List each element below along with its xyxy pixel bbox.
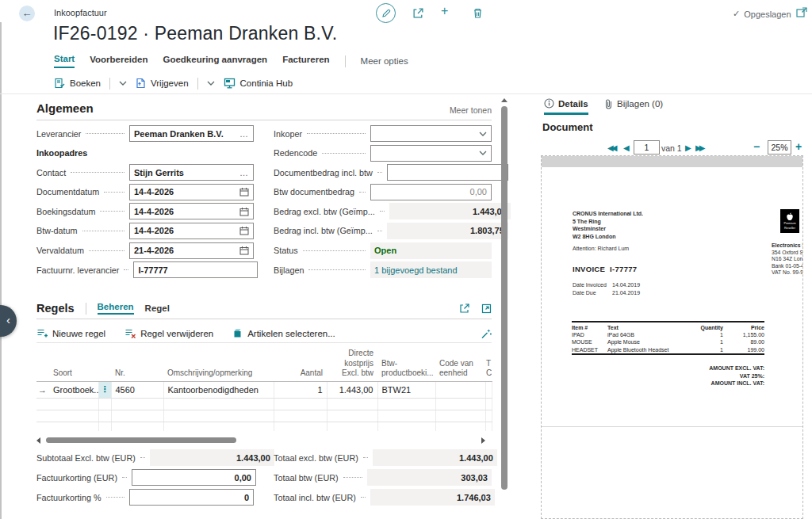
leverancier-input[interactable]: Peeman Dranken B.V.… — [129, 125, 254, 142]
cell-btw[interactable]: BTW21 — [377, 381, 435, 398]
field-bijlagen: Bijlagen 1 bijgevoegd bestand — [274, 261, 492, 278]
contact-input[interactable]: Stijn Gerrits… — [129, 164, 254, 181]
next-page-button[interactable]: ▶ — [685, 142, 691, 155]
cell-eenheid[interactable] — [435, 381, 485, 398]
bedrag-excl-btw-value: 1.443,00 — [389, 203, 511, 219]
tab-details[interactable]: Details — [544, 98, 588, 115]
scroll-right-arrow[interactable] — [481, 437, 485, 444]
btw-datum-input[interactable]: 14-4-2026 — [129, 223, 254, 239]
documentdatum-input[interactable]: 14-4-2026 — [129, 184, 254, 200]
continia-hub-button[interactable]: Continia Hub — [224, 78, 293, 89]
vervaldatum-input[interactable]: 21-4-2026 — [129, 242, 254, 259]
row-menu-button[interactable]: ⋮ — [98, 381, 111, 398]
zoom-level-input[interactable]: 25% — [768, 140, 791, 155]
release-icon — [136, 78, 146, 89]
personalize-button[interactable] — [481, 328, 492, 339]
tab-factureren[interactable]: Factureren — [282, 55, 329, 67]
new-line-button[interactable]: Nieuwe regel — [36, 328, 105, 339]
field-factuurkorting-eur: Factuurkorting (EUR) 0,00 — [36, 469, 254, 486]
pencil-icon — [381, 9, 391, 18]
cell-nr[interactable]: 4560 — [111, 381, 163, 398]
btw-documentbedrag-input[interactable]: 0,00 — [370, 184, 492, 200]
redencode-select[interactable] — [370, 145, 492, 162]
field-boekingsdatum: Boekingsdatum 14-4-2026 — [36, 203, 254, 219]
dropdown-chevron-icon[interactable] — [479, 151, 487, 155]
chevron-left-icon: ‹ — [6, 313, 10, 326]
tab-divider — [345, 55, 346, 67]
paperclip-icon — [604, 98, 613, 109]
delete-button[interactable] — [473, 7, 483, 19]
post-dropdown-button[interactable] — [119, 81, 127, 86]
new-button[interactable]: + — [441, 4, 448, 18]
share-icon — [412, 7, 424, 19]
cell-aantal[interactable]: 1 — [274, 381, 327, 398]
field-btw-datum: Btw-datum 14-4-2026 — [36, 223, 254, 239]
more-options-button[interactable]: Meer opties — [361, 56, 408, 66]
zoom-in-button[interactable]: + — [795, 140, 802, 153]
first-page-button[interactable]: ◀◀ — [607, 142, 615, 155]
lines-expand-button[interactable] — [481, 303, 492, 314]
prev-page-button[interactable]: ◀ — [623, 142, 630, 155]
tab-goedkeuring-aanvragen[interactable]: Goedkeuring aanvragen — [163, 55, 267, 67]
calendar-icon[interactable] — [239, 246, 249, 255]
lines-tab-beheren[interactable]: Beheren — [98, 302, 134, 315]
col-soort[interactable]: Soort — [49, 347, 98, 381]
col-omschrijving[interactable]: Omschrijving/opmerking — [163, 347, 274, 381]
tab-bijlagen[interactable]: Bijlagen (0) — [604, 98, 663, 113]
col-nr[interactable]: Nr. — [111, 347, 163, 381]
vscroll-thumb[interactable] — [501, 106, 508, 490]
col-code-van-eenheid[interactable]: Code van eenheid — [435, 347, 485, 381]
hscroll-thumb[interactable] — [46, 437, 236, 443]
document-preview[interactable]: CRONUS International Ltd. 5 The Ring Wes… — [541, 155, 803, 519]
invoice-page-bottom — [542, 426, 802, 427]
attachment-link[interactable]: 1 bijgevoegd bestand — [374, 265, 488, 275]
tab-start[interactable]: Start — [54, 54, 75, 68]
vertical-scrollbar[interactable] — [500, 96, 509, 519]
documentbedrag-input[interactable] — [387, 164, 508, 181]
grid-header-row: Soort Nr. Omschrijving/opmerking Aantal … — [36, 347, 492, 381]
tab-voorbereiden[interactable]: Voorbereiden — [90, 55, 147, 67]
show-more-link[interactable]: Meer tonen — [450, 105, 492, 115]
calendar-icon[interactable] — [239, 207, 249, 216]
release-dropdown-button[interactable] — [207, 81, 215, 86]
post-button[interactable]: Boeken — [54, 78, 101, 89]
col-aantal[interactable]: Aantal — [274, 347, 327, 381]
popout-button[interactable] — [796, 7, 807, 17]
calendar-icon[interactable] — [239, 226, 249, 235]
cell-soort[interactable]: Grootboek... — [49, 381, 98, 398]
table-row-empty — [36, 410, 492, 422]
dropdown-chevron-icon[interactable] — [479, 132, 487, 136]
col-clipped[interactable]: T C — [485, 347, 492, 381]
calendar-icon[interactable] — [239, 187, 249, 197]
field-contact: Contact Stijn Gerrits… — [36, 164, 254, 181]
scroll-left-arrow[interactable] — [36, 437, 40, 444]
general-heading: Algemeen — [36, 101, 94, 115]
last-page-button[interactable]: ▶▶ — [695, 142, 703, 155]
col-btw-productboeking[interactable]: Btw-productboeki... — [377, 347, 435, 381]
share-button[interactable] — [412, 7, 424, 19]
assist-edit-icon[interactable]: … — [239, 168, 249, 177]
boekingsdatum-input[interactable]: 14-4-2026 — [129, 203, 254, 219]
horizontal-scrollbar[interactable] — [36, 437, 492, 444]
scroll-up-arrow[interactable] — [501, 98, 508, 102]
select-items-button[interactable]: Artikelen selecteren... — [232, 328, 335, 338]
col-directe-kostprijs[interactable]: Directe kostprijs Excl. btw — [327, 347, 377, 381]
apple-icon — [786, 212, 794, 221]
factuurnr-input[interactable]: I-77777 — [133, 261, 258, 278]
cell-omschrijving[interactable]: Kantoorbenodigdheden — [163, 381, 274, 398]
zoom-out-button[interactable]: − — [753, 140, 760, 153]
collapse-panel-button[interactable]: ‹ — [0, 305, 17, 337]
lines-tab-regel[interactable]: Regel — [145, 303, 170, 313]
back-button[interactable]: ← — [19, 6, 35, 21]
inkoper-select[interactable] — [370, 125, 492, 142]
factuurkorting-pct-input[interactable]: 0 — [129, 489, 254, 506]
edit-button[interactable] — [376, 3, 396, 23]
cell-directe-kostprijs[interactable]: 1.443,00 — [327, 381, 377, 398]
page-number-input[interactable]: 1 — [634, 140, 660, 155]
delete-line-icon — [124, 328, 136, 339]
delete-line-button[interactable]: Regel verwijderen — [124, 328, 213, 339]
factuurkorting-eur-input[interactable]: 0,00 — [132, 469, 256, 486]
assist-edit-icon[interactable]: … — [239, 129, 249, 139]
lines-share-button[interactable] — [459, 303, 470, 314]
release-button[interactable]: Vrijgeven — [136, 78, 189, 89]
